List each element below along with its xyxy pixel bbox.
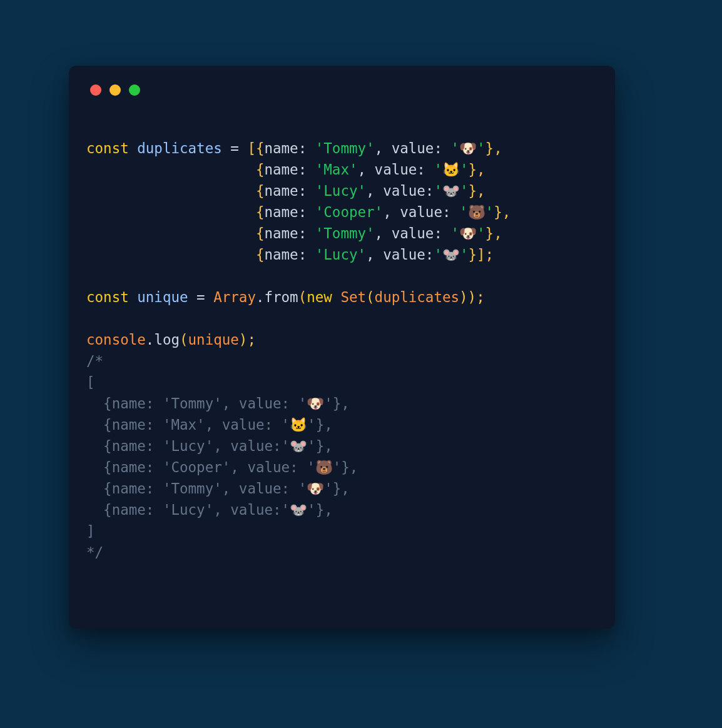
class-array: Array [213, 289, 256, 305]
minimize-icon [109, 84, 121, 96]
class-set: Set [340, 289, 366, 305]
console-object: console [86, 331, 146, 348]
var-unique: unique [137, 289, 188, 305]
comment-block: /* [ {name: 'Tommy', value: '🐶'}, {name:… [86, 353, 358, 560]
window-traffic-lights [90, 84, 140, 96]
code-block: const duplicates = [{name: 'Tommy', valu… [86, 138, 603, 563]
var-duplicates: duplicates [137, 140, 221, 156]
keyword-new: new [307, 289, 332, 305]
maximize-icon [129, 84, 140, 96]
code-card: const duplicates = [{name: 'Tommy', valu… [69, 66, 615, 629]
close-icon [90, 84, 101, 96]
keyword-const: const [86, 140, 129, 156]
keyword-const: const [86, 289, 129, 305]
